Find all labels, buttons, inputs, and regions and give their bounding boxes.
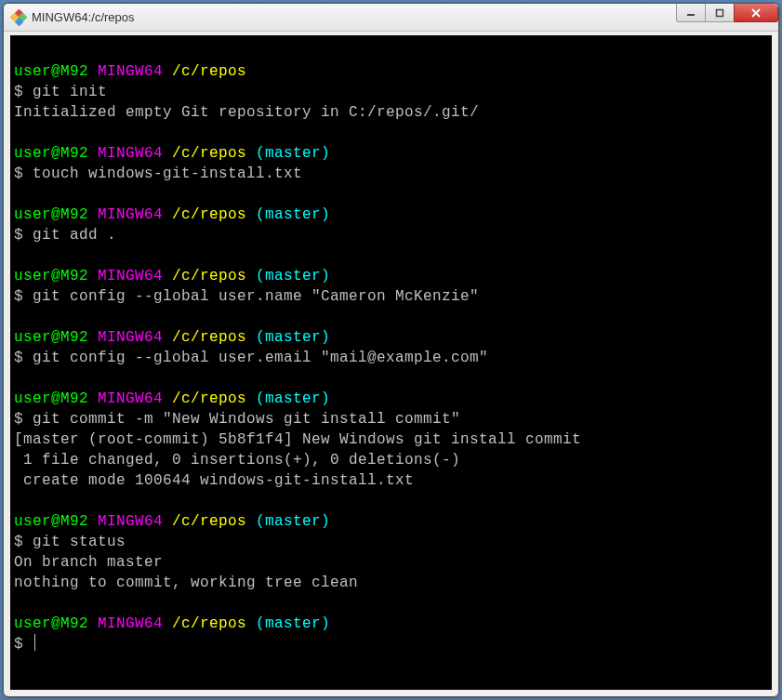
prompt-branch: (master): [256, 268, 330, 284]
command-text: git config --global user.name "Cameron M…: [33, 288, 479, 305]
command-text: git add .: [33, 227, 116, 244]
prompt-symbol: $: [14, 411, 23, 428]
output-line: On branch master: [14, 552, 768, 573]
prompt-symbol: $: [14, 227, 23, 244]
blank-line: [14, 491, 768, 511]
titlebar[interactable]: MINGW64:/c/repos: [4, 4, 778, 32]
prompt-line: user@M92 MINGW64 /c/repos (master): [14, 327, 768, 348]
prompt-user: user@M92: [14, 63, 88, 80]
command-line[interactable]: $ git status: [14, 532, 768, 552]
prompt-user: user@M92: [14, 390, 88, 407]
command-line[interactable]: $ git add .: [14, 225, 768, 245]
prompt-line: user@M92 MINGW64 /c/repos: [14, 61, 768, 82]
maximize-button[interactable]: [705, 4, 735, 22]
prompt-path: /c/repos: [172, 268, 246, 284]
terminal-window: MINGW64:/c/repos user@M92 MINGW64 /c/rep…: [3, 3, 779, 697]
prompt-user: user@M92: [14, 513, 88, 530]
output-line: [master (root-commit) 5b8f1f4] New Windo…: [14, 429, 768, 450]
command-line[interactable]: $: [14, 634, 768, 654]
prompt-env: MINGW64: [98, 329, 163, 346]
prompt-branch: (master): [256, 329, 330, 346]
blank-line: [14, 41, 768, 61]
prompt-branch: (master): [256, 145, 330, 162]
blank-line: [14, 593, 768, 614]
prompt-user: user@M92: [14, 329, 88, 346]
blank-line: [14, 245, 768, 266]
command-line[interactable]: $ touch windows-git-install.txt: [14, 164, 768, 184]
prompt-symbol: $: [14, 288, 23, 305]
command-line[interactable]: $ git commit -m "New Windows git install…: [14, 409, 768, 429]
prompt-path: /c/repos: [172, 513, 246, 530]
prompt-line: user@M92 MINGW64 /c/repos (master): [14, 266, 768, 286]
output-line: Initialized empty Git repository in C:/r…: [14, 102, 768, 123]
prompt-path: /c/repos: [172, 63, 246, 80]
prompt-user: user@M92: [14, 145, 88, 162]
prompt-symbol: $: [14, 636, 23, 653]
command-text: git config --global user.email "mail@exa…: [33, 350, 488, 366]
prompt-env: MINGW64: [98, 615, 163, 632]
blank-line: [14, 123, 768, 143]
prompt-env: MINGW64: [98, 145, 163, 162]
prompt-branch: (master): [256, 615, 330, 632]
prompt-branch: (master): [256, 390, 330, 407]
prompt-branch: (master): [256, 206, 330, 223]
output-line: nothing to commit, working tree clean: [14, 573, 768, 593]
prompt-line: user@M92 MINGW64 /c/repos (master): [14, 389, 768, 409]
prompt-path: /c/repos: [172, 390, 246, 407]
command-line[interactable]: $ git init: [14, 82, 768, 102]
terminal-viewport: user@M92 MINGW64 /c/repos$ git initIniti…: [4, 32, 778, 696]
prompt-line: user@M92 MINGW64 /c/repos (master): [14, 614, 768, 634]
svg-rect-1: [717, 9, 723, 16]
command-line[interactable]: $ git config --global user.email "mail@e…: [14, 348, 768, 368]
prompt-path: /c/repos: [172, 329, 246, 346]
command-text: git status: [33, 534, 126, 550]
prompt-symbol: $: [14, 84, 23, 100]
prompt-symbol: $: [14, 350, 23, 366]
output-line: 1 file changed, 0 insertions(+), 0 delet…: [14, 450, 768, 470]
prompt-path: /c/repos: [172, 145, 246, 162]
prompt-env: MINGW64: [98, 513, 163, 530]
output-line: create mode 100644 windows-git-install.t…: [14, 470, 768, 491]
blank-line: [14, 307, 768, 327]
command-line[interactable]: $ git config --global user.name "Cameron…: [14, 286, 768, 307]
prompt-user: user@M92: [14, 615, 88, 632]
command-text: git commit -m "New Windows git install c…: [33, 411, 460, 428]
prompt-symbol: $: [14, 534, 23, 550]
blank-line: [14, 368, 768, 389]
terminal-content[interactable]: user@M92 MINGW64 /c/repos$ git initIniti…: [10, 35, 772, 658]
prompt-env: MINGW64: [98, 390, 163, 407]
close-button[interactable]: [734, 4, 778, 22]
window-title: MINGW64:/c/repos: [32, 10, 135, 24]
prompt-line: user@M92 MINGW64 /c/repos (master): [14, 205, 768, 225]
text-cursor: [34, 634, 35, 651]
command-text: git init: [33, 84, 107, 100]
prompt-path: /c/repos: [172, 206, 246, 223]
blank-line: [14, 184, 768, 205]
prompt-env: MINGW64: [98, 268, 163, 284]
minimize-button[interactable]: [676, 4, 706, 22]
prompt-user: user@M92: [14, 268, 88, 284]
prompt-branch: (master): [256, 513, 330, 530]
prompt-env: MINGW64: [98, 206, 163, 223]
prompt-path: /c/repos: [172, 615, 246, 632]
git-bash-icon: [11, 10, 26, 25]
window-controls: [677, 4, 778, 24]
prompt-symbol: $: [14, 165, 23, 182]
prompt-line: user@M92 MINGW64 /c/repos (master): [14, 511, 768, 532]
prompt-line: user@M92 MINGW64 /c/repos (master): [14, 143, 768, 164]
prompt-env: MINGW64: [98, 63, 163, 80]
prompt-user: user@M92: [14, 206, 88, 223]
command-text: touch windows-git-install.txt: [33, 165, 302, 182]
